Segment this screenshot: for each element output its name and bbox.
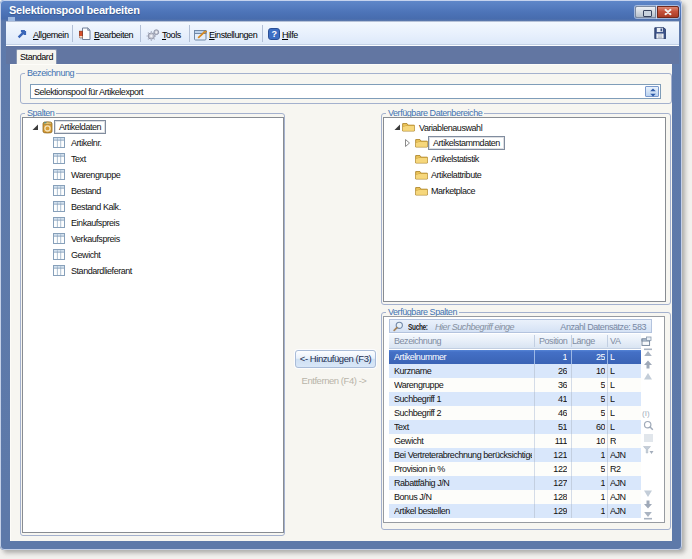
svg-text:?: ? <box>271 29 276 39</box>
